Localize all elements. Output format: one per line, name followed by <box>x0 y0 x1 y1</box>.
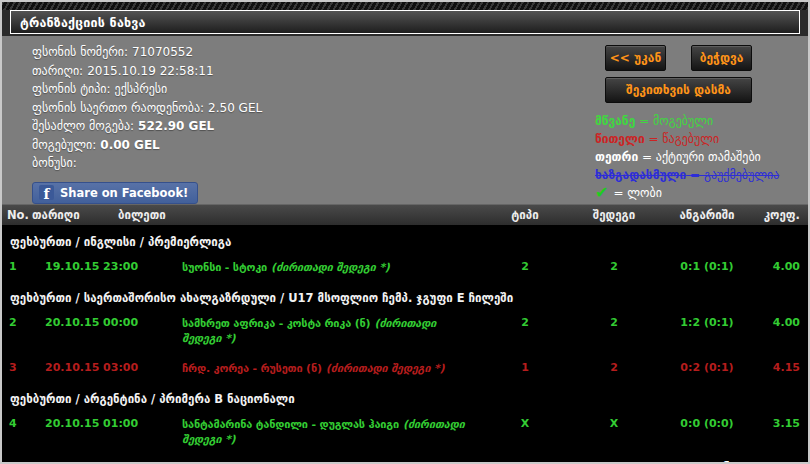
row-type: X <box>484 417 566 430</box>
col-header-ticket: ბილეთი <box>114 208 484 222</box>
col-header-type: ტიპი <box>484 208 566 222</box>
ask-question-button[interactable]: შეკითხვის დასმა <box>605 77 752 103</box>
bet-number-label: ფსონის ნომერი: <box>32 45 128 59</box>
legend-active: თეთრი = აქტიური თამაშები <box>595 148 800 166</box>
color-legend: მწვანე = მოგებული წითელი = წაგებული თეთრ… <box>595 112 800 202</box>
row-number: 4 <box>2 417 28 430</box>
bet-date-label: თარიღი: <box>32 64 83 78</box>
legend-lost: წითელი = წაგებული <box>595 130 800 148</box>
legend-live-text: = ლობი <box>613 184 662 202</box>
row-score: 0:2 (0:1) <box>662 361 752 374</box>
legend-won-term: მწვანე <box>595 114 635 128</box>
legend-live: ✔ = ლობი <box>595 184 800 202</box>
legend-cancelled-text: = გაუქმებულია <box>690 168 779 182</box>
row-ticket: სანტამარინა ტანდილი - დუგლას ჰაიგი(ძირით… <box>140 417 484 447</box>
possible-win-line: შესაძლო მოგება:522.90 GEL <box>32 117 595 136</box>
table-header: No. თარიღი ბილეთი ტიპი შედეგი ანგარიში კ… <box>2 204 808 226</box>
transaction-view-page: ტრანზაქციის ნახვა ფსონის ნომერი:71070552… <box>0 0 810 464</box>
row-ticket: სუონსი - სტოკი(ძირითადი შედეგი *) <box>140 260 484 275</box>
bonus-line: ბონუსი: <box>32 154 595 173</box>
bet-type-label: ფსონის ტიპი: <box>32 82 111 96</box>
row-number: 3 <box>2 361 28 374</box>
league-section-header: ფეხბურთი / საერთაშორისო ახალგაზრდული / U… <box>2 282 808 308</box>
row-coef: 4.15 <box>752 361 808 374</box>
won-amount-label: მოგებული: <box>32 138 96 152</box>
possible-win-label: შესაძლო მოგება: <box>32 119 134 133</box>
bet-info-panel: ფსონის ნომერი:71070552 თარიღი:2015.10.19… <box>2 36 808 204</box>
bet-amount-value: 2.50 GEL <box>208 101 262 115</box>
table-row: 2 20.10.15 00:00 სამხრეთ აფრიკა - კოსტა … <box>2 308 808 353</box>
col-header-result: შედეგი <box>566 208 662 222</box>
total-coefficient: კოეფიციენტი:209.16 <box>2 454 808 464</box>
share-facebook-button[interactable]: f Share on Facebook! <box>32 182 198 204</box>
table-row: 1 19.10.15 23:00 სუონსი - სტოკი(ძირითადი… <box>2 252 808 282</box>
bet-date-line: თარიღი:2015.10.19 22:58:11 <box>32 62 595 81</box>
row-score: 0:1 (0:1) <box>662 260 752 273</box>
row-market: (ძირითადი შედეგი *) <box>271 261 389 274</box>
top-stripe-decoration <box>2 2 808 10</box>
possible-win-value: 522.90 GEL <box>138 119 214 133</box>
col-header-coef: კოეფ. <box>752 208 808 222</box>
row-coef: 3.15 <box>752 417 808 430</box>
won-amount-value: 0.00 GEL <box>100 138 159 152</box>
checkmark-icon: ✔ <box>595 185 608 201</box>
row-date: 20.10.15 01:00 <box>28 417 140 430</box>
row-type: 1 <box>484 361 566 374</box>
row-coef: 4.00 <box>752 316 808 329</box>
actions-and-legend: << უკან ბეჭდვა შეკითხვის დასმა მწვანე = … <box>595 43 800 204</box>
bet-details: ფსონის ნომერი:71070552 თარიღი:2015.10.19… <box>32 43 595 204</box>
bet-date-value: 2015.10.19 22:58:11 <box>87 64 213 78</box>
total-coefficient-value: 209.16 <box>754 460 800 464</box>
row-match: სუონსი - სტოკი <box>182 261 267 274</box>
col-header-score: ანგარიში <box>662 208 752 222</box>
row-number: 1 <box>2 260 28 273</box>
row-date: 20.10.15 03:00 <box>28 361 140 374</box>
facebook-icon: f <box>39 185 54 200</box>
page-title: ტრანზაქციის ნახვა <box>10 10 800 34</box>
table-row: 3 20.10.15 03:00 ჩრდ. კორეა - რუსეთი (ნ)… <box>2 353 808 383</box>
league-section-header: ფეხბურთი / არგენტინა / პრიმერა B ნაციონა… <box>2 383 808 409</box>
bet-number-value: 71070552 <box>132 45 193 59</box>
legend-active-text: = აქტიური თამაშები <box>642 150 761 164</box>
legend-won: მწვანე = მოგებული <box>595 112 800 130</box>
legend-active-term: თეთრი <box>595 150 638 164</box>
total-coefficient-label: კოეფიციენტი: <box>662 460 750 464</box>
col-header-date: თარიღი <box>28 208 114 222</box>
row-number: 2 <box>2 316 28 329</box>
bet-amount-label: ფსონის საერთო რაოდენობა: <box>32 101 204 115</box>
row-coef: 4.00 <box>752 260 808 273</box>
table-body: ფეხბურთი / ინგლისი / პრემიერლიგა 1 19.10… <box>2 226 808 464</box>
row-score: 1:2 (0:1) <box>662 316 752 329</box>
col-header-no: No. <box>2 208 28 222</box>
row-match: სამხრეთ აფრიკა - კოსტა რიკა (ნ) <box>182 317 370 330</box>
league-section-header: ფეხბურთი / ინგლისი / პრემიერლიგა <box>2 226 808 252</box>
action-buttons-row: << უკან ბეჭდვა <box>605 45 800 71</box>
back-button[interactable]: << უკან <box>605 45 666 71</box>
row-ticket: სამხრეთ აფრიკა - კოსტა რიკა (ნ)(ძირითადი… <box>140 316 484 346</box>
bet-amount-line: ფსონის საერთო რაოდენობა:2.50 GEL <box>32 99 595 118</box>
row-type: 2 <box>484 260 566 273</box>
legend-lost-term: წითელი <box>595 132 645 146</box>
row-market: (ძირითადი შედეგი *) <box>326 362 444 375</box>
row-match: სანტამარინა ტანდილი - დუგლას ჰაიგი <box>182 418 399 431</box>
row-date: 20.10.15 00:00 <box>28 316 140 329</box>
row-date: 19.10.15 23:00 <box>28 260 140 273</box>
legend-cancelled-term: ხაზგადასმული <box>595 168 686 182</box>
print-button[interactable]: ბეჭდვა <box>691 45 752 71</box>
row-result: 2 <box>566 361 662 374</box>
table-row: 4 20.10.15 01:00 სანტამარინა ტანდილი - დ… <box>2 409 808 454</box>
bet-type-line: ფსონის ტიპი:ექსპრესი <box>32 80 595 99</box>
legend-won-text: = მოგებული <box>639 114 713 128</box>
row-score: 0:0 (0:0) <box>662 417 752 430</box>
bet-number-line: ფსონის ნომერი:71070552 <box>32 43 595 62</box>
bonus-label: ბონუსი: <box>32 156 77 170</box>
share-facebook-label: Share on Facebook! <box>60 186 188 200</box>
row-result: 2 <box>566 316 662 329</box>
legend-lost-text: = წაგებული <box>648 132 719 146</box>
bet-type-value: ექსპრესი <box>115 82 168 96</box>
row-result: X <box>566 417 662 430</box>
row-type: 2 <box>484 316 566 329</box>
legend-cancelled: ხაზგადასმული = გაუქმებულია <box>595 166 800 184</box>
row-ticket: ჩრდ. კორეა - რუსეთი (ნ)(ძირითადი შედეგი … <box>140 361 484 376</box>
won-amount-line: მოგებული:0.00 GEL <box>32 136 595 155</box>
